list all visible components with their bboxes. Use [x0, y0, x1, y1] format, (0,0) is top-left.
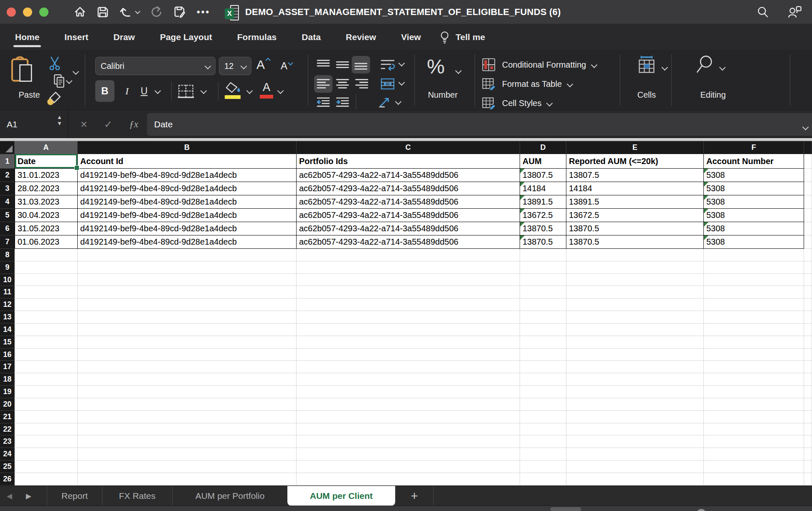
cell-G12[interactable] [804, 299, 812, 311]
cell-F21[interactable] [704, 411, 804, 423]
cell-B12[interactable] [78, 299, 297, 311]
sheet-tab-aum-per-portfolio[interactable]: AUM per Portfolio [172, 486, 287, 506]
ribbon-tab-page-layout[interactable]: Page Layout [147, 24, 225, 51]
ribbon-tab-view[interactable]: View [388, 24, 433, 51]
cells-chevron[interactable] [662, 64, 668, 71]
cell-G14[interactable] [804, 324, 812, 336]
merge-center-chevron[interactable] [398, 79, 405, 86]
align-right-button[interactable] [353, 75, 371, 93]
cell-F10[interactable] [704, 274, 804, 286]
cell-G10[interactable] [804, 274, 812, 286]
cell-A19[interactable] [15, 386, 78, 398]
row-header-21[interactable]: 21 [0, 411, 15, 423]
number-format-chevron[interactable] [455, 68, 462, 74]
cell-E2[interactable]: 13807.5 [566, 169, 704, 182]
cell-A17[interactable] [15, 361, 78, 373]
cell-G25[interactable] [804, 460, 812, 473]
cell-A22[interactable] [15, 423, 78, 436]
cell-D1[interactable]: AUM [520, 154, 566, 169]
cell-G1[interactable] [804, 154, 812, 169]
cell-F12[interactable] [704, 299, 804, 311]
cell-G5[interactable] [804, 209, 812, 222]
cell-B17[interactable] [78, 361, 297, 373]
cell-B3[interactable]: d4192149-bef9-4be4-89cd-9d28e1a4decb [78, 182, 297, 195]
cell-G7[interactable] [804, 235, 812, 249]
cell-C8[interactable] [297, 249, 520, 261]
cell-D20[interactable] [520, 398, 566, 411]
sheet-nav-left-icon[interactable]: ◀ [7, 486, 12, 506]
cell-E8[interactable] [566, 249, 704, 261]
search-icon[interactable] [756, 5, 769, 19]
font-size-select[interactable]: 12 [219, 57, 251, 75]
row-header-5[interactable]: 5 [0, 209, 15, 222]
cell-B8[interactable] [78, 249, 297, 261]
row-header-19[interactable]: 19 [0, 386, 15, 398]
align-bottom-button[interactable] [352, 56, 370, 73]
cell-D2[interactable]: 13807.5 [520, 169, 566, 182]
cell-E20[interactable] [566, 398, 704, 411]
cell-E7[interactable]: 13870.5 [566, 235, 704, 249]
cell-B22[interactable] [78, 423, 297, 436]
cell-C24[interactable] [297, 448, 520, 460]
redo-icon[interactable] [150, 5, 163, 19]
cell-D14[interactable] [520, 324, 566, 336]
cell-B23[interactable] [78, 435, 297, 448]
cell-B14[interactable] [78, 324, 297, 336]
cell-B21[interactable] [78, 411, 297, 423]
cell-B6[interactable]: d4192149-bef9-4be4-89cd-9d28e1a4decb [78, 222, 297, 235]
cell-A14[interactable] [15, 324, 78, 336]
cell-D22[interactable] [520, 423, 566, 436]
cell-A15[interactable] [15, 336, 78, 349]
row-header-18[interactable]: 18 [0, 373, 15, 386]
cell-E25[interactable] [566, 460, 704, 473]
cell-C10[interactable] [297, 274, 520, 286]
paste-button[interactable] [10, 56, 34, 83]
sheet-tab-aum-per-client[interactable]: AUM per Client [287, 486, 395, 506]
cell-A9[interactable] [15, 261, 78, 274]
cell-A3[interactable]: 28.02.2023 [15, 182, 78, 195]
wrap-text-icon[interactable] [378, 56, 397, 73]
cell-E1[interactable]: Reported AUM (<=20k) [566, 154, 704, 169]
more-commands-icon[interactable]: ••• [197, 7, 210, 18]
cell-C11[interactable] [297, 286, 520, 299]
ribbon-tab-insert[interactable]: Insert [52, 24, 101, 51]
cell-A10[interactable] [15, 274, 78, 286]
cell-E18[interactable] [566, 373, 704, 386]
cell-F5[interactable]: 5308 [704, 209, 804, 222]
cell-A12[interactable] [15, 299, 78, 311]
copy-icon[interactable] [53, 73, 66, 89]
cell-A18[interactable] [15, 373, 78, 386]
cell-B7[interactable]: d4192149-bef9-4be4-89cd-9d28e1a4decb [78, 235, 297, 249]
column-header-a[interactable]: A [15, 141, 78, 154]
align-top-button[interactable] [314, 56, 332, 73]
cell-C26[interactable] [297, 473, 520, 486]
people-feedback-icon[interactable] [787, 5, 802, 19]
row-header-14[interactable]: 14 [0, 324, 15, 336]
cell-C9[interactable] [297, 261, 520, 274]
zoom-button[interactable] [39, 8, 48, 17]
cell-C20[interactable] [297, 398, 520, 411]
ribbon-tab-formulas[interactable]: Formulas [225, 24, 289, 51]
save-icon[interactable] [96, 6, 109, 18]
undo-icon[interactable] [119, 5, 140, 19]
ribbon-tab-draw[interactable]: Draw [101, 24, 147, 51]
tell-me[interactable]: Tell me [439, 30, 485, 44]
cell-C12[interactable] [297, 299, 520, 311]
cell-G21[interactable] [804, 411, 812, 423]
column-header-f[interactable]: F [704, 141, 804, 154]
align-center-button[interactable] [333, 75, 352, 93]
column-header-e[interactable]: E [566, 141, 704, 154]
cell-D26[interactable] [520, 473, 566, 486]
cell-D5[interactable]: 13672.5 [520, 209, 566, 222]
cell-E17[interactable] [566, 361, 704, 373]
cell-G23[interactable] [804, 435, 812, 448]
cell-G11[interactable] [804, 286, 812, 299]
cell-B18[interactable] [78, 373, 297, 386]
row-header-6[interactable]: 6 [0, 222, 15, 235]
cell-G13[interactable] [804, 311, 812, 324]
cell-E15[interactable] [566, 336, 704, 349]
cell-C19[interactable] [297, 386, 520, 398]
cell-A11[interactable] [15, 286, 78, 299]
fx-icon[interactable]: ƒx [125, 110, 142, 139]
row-header-13[interactable]: 13 [0, 311, 15, 324]
